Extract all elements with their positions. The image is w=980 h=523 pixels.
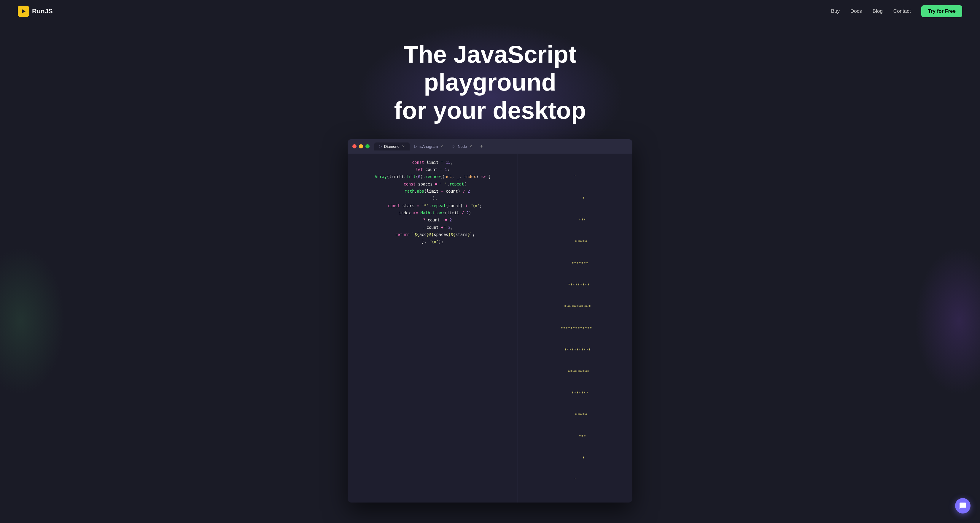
add-tab-button[interactable]: +: [477, 142, 486, 151]
logo[interactable]: RunJS: [18, 6, 53, 17]
tab-label-node: Node: [458, 144, 467, 149]
glow-left: [0, 247, 65, 395]
close-button[interactable]: [352, 144, 356, 148]
tab-icon-diamond: ▷: [379, 144, 382, 148]
navbar: RunJS Buy Docs Blog Contact Try for Free: [0, 0, 980, 22]
output-line-14: *: [524, 454, 627, 462]
window-controls: [352, 144, 369, 148]
tab-label-isanagram: isAnagram: [419, 144, 438, 149]
tab-diamond[interactable]: ▷ Diamond ✕: [374, 142, 410, 150]
code-editor[interactable]: const limit = 15; let count = 1; Array(l…: [348, 154, 518, 502]
output-line-9: ***********: [524, 346, 627, 354]
tab-isanagram[interactable]: ▷ isAnagram ✕: [410, 142, 448, 150]
tab-label-diamond: Diamond: [384, 144, 399, 149]
output-line-6: *********: [524, 281, 627, 289]
output-line-10: *********: [524, 368, 627, 375]
tab-icon-node: ▷: [453, 144, 455, 148]
output-line-12: *****: [524, 411, 627, 418]
title-bar: ▷ Diamond ✕ ▷ isAnagram ✕ ▷ Node ✕ +: [348, 139, 632, 154]
tab-close-node[interactable]: ✕: [469, 144, 472, 148]
tab-icon-isanagram: ▷: [414, 144, 417, 148]
output-line-13: ***: [524, 433, 627, 440]
code-line-4: const spaces = ' '.repeat(: [353, 180, 512, 188]
chat-icon: [959, 502, 967, 510]
hero-title-line2: for your desktop: [394, 97, 586, 124]
code-line-2: let count = 1;: [353, 166, 512, 173]
minimize-button[interactable]: [359, 144, 363, 148]
output-line-7: ***********: [524, 303, 627, 310]
code-line-11: return `${acc}${spaces}${stars}`;: [353, 231, 512, 238]
play-icon: [20, 8, 27, 14]
output-line-11: *******: [524, 389, 627, 397]
try-free-button[interactable]: Try for Free: [921, 5, 962, 17]
logo-text: RunJS: [32, 7, 53, 15]
nav-links: Buy Docs Blog Contact Try for Free: [831, 5, 962, 17]
nav-buy[interactable]: Buy: [831, 8, 840, 14]
editor-window: ▷ Diamond ✕ ▷ isAnagram ✕ ▷ Node ✕ +: [348, 139, 632, 502]
tab-node[interactable]: ▷ Node ✕: [448, 142, 477, 150]
output-line-8: *************: [524, 325, 627, 332]
code-line-8: index >= Math.floor(limit / 2): [353, 209, 512, 216]
output-line-5: *******: [524, 260, 627, 267]
output-line-2: *: [524, 195, 627, 202]
nav-blog[interactable]: Blog: [873, 8, 883, 14]
code-line-7: const stars = '*'.repeat(count) + '\n';: [353, 202, 512, 209]
code-line-3: Array(limit).fill(0).reduce((acc, _, ind…: [353, 173, 512, 180]
maximize-button[interactable]: [366, 144, 369, 148]
output-line-1: ': [524, 173, 627, 180]
output-line-3: ***: [524, 216, 627, 223]
tab-close-diamond[interactable]: ✕: [402, 144, 405, 148]
nav-contact[interactable]: Contact: [893, 8, 911, 14]
code-line-1: const limit = 15;: [353, 159, 512, 166]
output-line-4: *****: [524, 238, 627, 245]
code-line-10: : count += 2;: [353, 224, 512, 231]
editor-container: ▷ Diamond ✕ ▷ isAnagram ✕ ▷ Node ✕ +: [6, 139, 974, 502]
code-line-6: );: [353, 195, 512, 202]
hero-title-line1: The JavaScript playground: [403, 41, 576, 96]
hero-section: The JavaScript playground for your deskt…: [0, 22, 980, 516]
editor-body: const limit = 15; let count = 1; Array(l…: [348, 154, 632, 502]
nav-docs[interactable]: Docs: [850, 8, 862, 14]
code-output: ' * *** ***** ******* ********* ********…: [518, 154, 632, 502]
code-line-5: Math.abs(limit − count) / 2: [353, 188, 512, 195]
tabs: ▷ Diamond ✕ ▷ isAnagram ✕ ▷ Node ✕ +: [374, 142, 628, 151]
tab-close-isanagram[interactable]: ✕: [440, 144, 443, 148]
chat-bubble-button[interactable]: [955, 498, 970, 513]
code-line-9: ? count -= 2: [353, 216, 512, 223]
code-line-12: }, '\n');: [353, 238, 512, 245]
glow-right: [915, 247, 980, 395]
output-line-15: ': [524, 476, 627, 483]
logo-icon: [18, 6, 29, 17]
hero-title: The JavaScript playground for your deskt…: [356, 40, 624, 124]
